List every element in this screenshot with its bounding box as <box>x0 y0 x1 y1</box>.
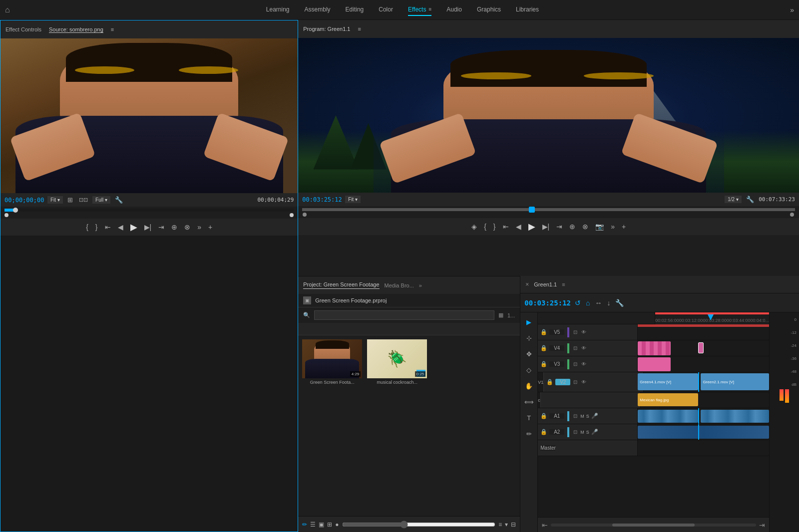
source-quality-dropdown[interactable]: Full ▾ <box>92 196 110 204</box>
source-goto-in-btn[interactable]: ⇤ <box>103 222 113 232</box>
source-timeline-scrubber[interactable] <box>4 209 294 212</box>
tool-multiselect[interactable]: ⊹ <box>522 331 536 345</box>
source-layout-icon[interactable]: ⊞ <box>66 195 74 205</box>
program-settings-icon[interactable]: 🔧 <box>745 195 756 204</box>
timeline-sequence-tab[interactable]: Green1.1 <box>534 281 557 287</box>
track-a1-lock[interactable]: 🔒 <box>540 413 547 419</box>
source-mark-in-btn[interactable]: { <box>84 222 90 232</box>
sort-icon[interactable]: 1... <box>507 312 515 318</box>
program-timecode[interactable]: 00:03:25:12 <box>302 196 342 203</box>
timeline-marker-btn[interactable]: ↓ <box>606 298 611 308</box>
nav-color[interactable]: Color <box>379 4 393 16</box>
track-a2-lock[interactable]: 🔒 <box>540 429 547 435</box>
track-v2-lock[interactable]: 🔒 <box>546 379 553 385</box>
timeline-settings-btn[interactable]: 🔧 <box>614 298 625 308</box>
clip-a2-audio[interactable] <box>638 426 769 439</box>
timeline-begin-btn[interactable]: ⇤ <box>542 521 548 529</box>
home-icon[interactable]: ⌂ <box>5 5 10 14</box>
program-play-btn[interactable]: ▶ <box>526 220 537 233</box>
source-goto-out-btn[interactable]: ⇥ <box>156 222 166 232</box>
nav-more-icon[interactable]: » <box>790 6 794 14</box>
program-camera-btn[interactable]: 📷 <box>593 222 606 232</box>
timeline-close-icon[interactable]: × <box>525 281 529 288</box>
timeline-timecode[interactable]: 00:03:25:12 <box>524 299 571 307</box>
thumbnail-person[interactable]: 4:29 Green Screen Foota... <box>302 339 362 385</box>
list-view-icon[interactable]: ▦ <box>498 312 503 318</box>
source-safe-icon[interactable]: ⊡⊡ <box>77 196 89 204</box>
tool-shape[interactable]: ✏ <box>522 427 536 441</box>
program-step-forward-btn[interactable]: ▶| <box>540 222 552 232</box>
media-browser-tab[interactable]: Media Bro... <box>385 282 414 288</box>
project-media-btn[interactable]: ● <box>335 521 339 528</box>
source-add-btn[interactable]: + <box>206 222 214 232</box>
clip-v4-pink-striped[interactable] <box>638 341 671 355</box>
nav-learning[interactable]: Learning <box>266 4 290 16</box>
project-panels-btn[interactable]: ⊟ <box>511 521 516 528</box>
project-freeform-btn[interactable]: ⊞ <box>327 521 332 528</box>
project-chevron-btn[interactable]: ▾ <box>505 521 508 528</box>
source-overwrite-btn[interactable]: ⊗ <box>182 222 192 232</box>
project-tab[interactable]: Project: Green Screen Footage <box>303 281 379 289</box>
clip-a1-audio2[interactable] <box>701 410 769 423</box>
program-goto-in-btn[interactable]: ⇤ <box>501 222 511 232</box>
program-step-back-btn[interactable]: ◀ <box>514 222 523 232</box>
nav-graphics[interactable]: Graphics <box>477 4 501 16</box>
project-pen-icon[interactable]: ✏ <box>302 521 307 528</box>
project-menu-btn[interactable]: ≡ <box>498 521 502 528</box>
track-v3-eye[interactable]: 👁 <box>580 361 587 367</box>
clip-v1-flag[interactable]: Mexican flag.jpg <box>638 393 698 406</box>
track-v4-lock[interactable]: 🔒 <box>540 345 547 351</box>
program-fit-dropdown[interactable]: Fit ▾ <box>345 196 361 203</box>
source-more-transport-icon[interactable]: » <box>195 222 203 232</box>
source-play-btn[interactable]: ▶ <box>128 221 139 234</box>
panel-expand-icon[interactable]: » <box>419 282 422 288</box>
timeline-snap-btn[interactable]: ⌂ <box>585 298 591 308</box>
track-v2-sync[interactable]: ⊡ <box>572 379 578 385</box>
scrollbar-thumb[interactable] <box>612 524 694 527</box>
source-step-back-btn[interactable]: ◀ <box>116 222 125 232</box>
source-insert-btn[interactable]: ⊕ <box>169 222 179 232</box>
search-input[interactable] <box>314 310 494 320</box>
effect-controls-tab[interactable]: Effect Controls <box>5 26 41 32</box>
track-v5-eye[interactable]: 👁 <box>580 329 587 335</box>
timeline-menu-icon[interactable]: ≡ <box>562 281 565 287</box>
track-a1-sync[interactable]: ⊡ <box>572 413 578 419</box>
program-more-icon[interactable]: » <box>609 222 617 232</box>
project-list-view-btn[interactable]: ☰ <box>310 521 316 528</box>
track-v2-eye[interactable]: 👁 <box>580 379 587 385</box>
clip-v4-small[interactable] <box>698 342 704 353</box>
program-insert-btn[interactable]: ⊕ <box>567 222 577 232</box>
project-grid-view-btn[interactable]: ▣ <box>319 521 324 528</box>
nav-audio[interactable]: Audio <box>446 4 462 16</box>
tool-move[interactable]: ✥ <box>522 347 536 361</box>
nav-libraries[interactable]: Libraries <box>516 4 539 16</box>
tool-hand[interactable]: ✋ <box>522 379 536 393</box>
view-size-slider[interactable] <box>342 521 496 529</box>
search-icon[interactable]: 🔍 <box>303 312 310 318</box>
tool-zoom[interactable]: ⟺ <box>522 395 536 409</box>
track-v3-sync[interactable]: ⊡ <box>572 361 578 367</box>
source-step-forward-btn[interactable]: ▶| <box>142 222 154 232</box>
program-menu-icon[interactable]: ≡ <box>358 26 361 32</box>
program-add-btn[interactable]: + <box>620 222 628 232</box>
program-mark-in-btn[interactable]: { <box>482 222 488 232</box>
source-fit-dropdown[interactable]: Fit ▾ <box>47 196 63 204</box>
program-overwrite-btn[interactable]: ⊗ <box>580 222 590 232</box>
nav-assembly[interactable]: Assembly <box>305 4 331 16</box>
timeline-scrollbar[interactable] <box>551 524 756 527</box>
track-a2-sync[interactable]: ⊡ <box>572 429 578 435</box>
tool-select[interactable]: ▶ <box>522 315 536 329</box>
track-v4-eye[interactable]: 👁 <box>580 345 587 351</box>
track-v3-lock[interactable]: 🔒 <box>540 361 547 367</box>
clip-v2-green4[interactable]: Green4.1.mov [V] <box>638 373 698 390</box>
timeline-end-btn[interactable]: ⇥ <box>759 521 765 529</box>
timeline-arrow-tool[interactable]: ↺ <box>574 298 582 308</box>
source-timecode[interactable]: 00;00;00;00 <box>4 197 44 204</box>
nav-effects[interactable]: Effects ≡ <box>408 4 431 16</box>
clip-v2-green2[interactable]: Green2.1.mov [V] <box>701 373 769 390</box>
program-mark-out-btn[interactable]: } <box>491 222 498 232</box>
source-tab[interactable]: Source: sombrero.png <box>49 26 103 33</box>
clip-a1-audio1[interactable] <box>638 410 698 423</box>
thumbnail-cockroach[interactable]: 🪲 0:25 musical cockroach... <box>367 339 427 385</box>
track-v5-lock[interactable]: 🔒 <box>540 329 547 335</box>
